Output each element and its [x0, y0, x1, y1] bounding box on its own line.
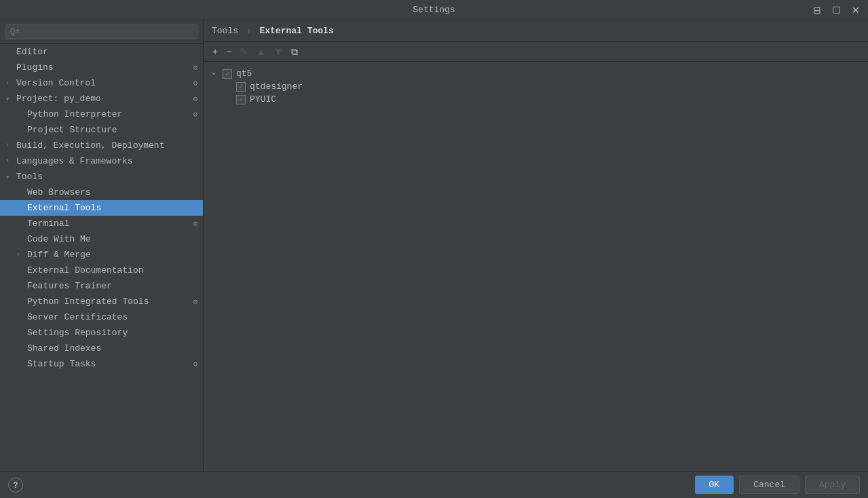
window-title: Settings [413, 5, 455, 15]
sidebar-label-features-trainer: Features Trainer [27, 281, 112, 291]
sidebar-label-project-structure: Project Structure [27, 125, 117, 135]
sidebar-label-server-certificates: Server Certificates [27, 312, 128, 322]
sidebar-item-build-execution-deployment[interactable]: ›Build, Execution, Deployment [0, 138, 203, 153]
tree-check-pyuic[interactable]: ✓ [236, 95, 246, 104]
breadcrumb-current: External Tools [259, 26, 333, 36]
gear-icon-version-control: ⚙ [193, 79, 197, 88]
breadcrumb-separator: › [246, 26, 252, 36]
apply-button[interactable]: Apply [805, 476, 860, 494]
expand-arrow-build-execution-deployment: › [5, 142, 14, 149]
help-button[interactable]: ? [8, 478, 23, 493]
tree-item-qtdesigner[interactable]: ✓qtdesigner [209, 80, 863, 93]
expand-arrow-languages-frameworks: › [5, 157, 14, 165]
sidebar-label-build-execution-deployment: Build, Execution, Deployment [16, 140, 164, 151]
right-panel: Tools › External Tools + − ✎ ▲ ▼ ⧉ ▾✓qt5… [204, 20, 868, 471]
sidebar-item-python-interpreter[interactable]: Python Interpreter⚙ [0, 107, 203, 122]
sidebar-item-project-py-demo[interactable]: ▾Project: py_demo⚙ [0, 91, 203, 107]
sidebar-item-settings-repository[interactable]: Settings Repository [0, 325, 203, 341]
gear-icon-python-interpreter: ⚙ [193, 110, 197, 119]
tree-label-qtdesigner: qtdesigner [250, 81, 303, 92]
sidebar-label-plugins: Plugins [16, 62, 54, 73]
action-buttons: OK Cancel Apply [695, 476, 860, 494]
tree-item-qt5[interactable]: ▾✓qt5 [209, 67, 863, 80]
gear-icon-terminal: ⚙ [193, 219, 197, 228]
sidebar-label-languages-frameworks: Languages & Frameworks [16, 156, 133, 166]
sidebar-item-external-tools[interactable]: External Tools [0, 200, 203, 216]
tree-area: ▾✓qt5✓qtdesigner✓PYUIC [204, 62, 868, 471]
tree-item-pyuic[interactable]: ✓PYUIC [209, 93, 863, 106]
sidebar-item-editor[interactable]: Editor [0, 44, 203, 60]
sidebar-label-python-integrated-tools: Python Integrated Tools [27, 296, 149, 307]
sidebar-item-web-browsers[interactable]: Web Browsers [0, 185, 203, 200]
sidebar-item-python-integrated-tools[interactable]: Python Integrated Tools⚙ [0, 294, 203, 309]
minimize-button[interactable]: ⊟ [810, 3, 824, 17]
cancel-button[interactable]: Cancel [739, 476, 799, 494]
expand-arrow-project-py-demo: ▾ [5, 95, 14, 103]
gear-icon-python-integrated-tools: ⚙ [193, 297, 197, 306]
ok-button[interactable]: OK [695, 476, 734, 494]
expand-arrow-diff-merge: › [16, 251, 24, 258]
sidebar-label-shared-indexes: Shared Indexes [27, 343, 101, 353]
expand-arrow-tools: ▾ [5, 173, 14, 181]
sidebar-item-features-trainer[interactable]: Features Trainer [0, 278, 203, 294]
copy-button[interactable]: ⧉ [288, 45, 301, 58]
tree-check-qt5[interactable]: ✓ [223, 69, 232, 79]
sidebar-label-version-control: Version Control [16, 78, 96, 88]
toolbar: + − ✎ ▲ ▼ ⧉ [204, 42, 868, 62]
sidebar-label-web-browsers: Web Browsers [27, 187, 91, 197]
remove-button[interactable]: − [223, 45, 235, 58]
bottom-bar: ? OK Cancel Apply [0, 471, 868, 498]
add-button[interactable]: + [209, 45, 221, 58]
sidebar-item-tools[interactable]: ▾Tools [0, 169, 203, 185]
sidebar: EditorPlugins⚙›Version Control⚙▾Project:… [0, 20, 204, 471]
tree-check-qtdesigner[interactable]: ✓ [236, 82, 246, 92]
expand-arrow-version-control: › [5, 79, 14, 87]
gear-icon-plugins: ⚙ [193, 63, 197, 72]
sidebar-item-diff-merge[interactable]: ›Diff & Merge [0, 247, 203, 263]
sidebar-item-external-documentation[interactable]: External Documentation [0, 263, 203, 278]
main-content: EditorPlugins⚙›Version Control⚙▾Project:… [0, 20, 868, 471]
sidebar-label-tools: Tools [16, 172, 43, 182]
sidebar-label-terminal: Terminal [27, 218, 69, 229]
sidebar-label-project-py-demo: Project: py_demo [16, 94, 101, 104]
maximize-button[interactable]: ☐ [829, 3, 844, 17]
sidebar-item-plugins[interactable]: Plugins⚙ [0, 60, 203, 75]
tree-label-qt5: qt5 [236, 69, 252, 79]
gear-icon-startup-tasks: ⚙ [193, 360, 197, 368]
breadcrumb-parent: Tools [212, 26, 238, 36]
window-controls: ⊟ ☐ ✕ [810, 3, 863, 17]
sidebar-item-shared-indexes[interactable]: Shared Indexes [0, 341, 203, 356]
breadcrumb: Tools › External Tools [204, 20, 868, 42]
sidebar-item-version-control[interactable]: ›Version Control⚙ [0, 75, 203, 91]
move-down-button[interactable]: ▼ [270, 45, 286, 58]
search-box [0, 20, 203, 44]
sidebar-label-settings-repository: Settings Repository [27, 328, 128, 338]
sidebar-item-terminal[interactable]: Terminal⚙ [0, 216, 203, 231]
sidebar-item-project-structure[interactable]: Project Structure [0, 122, 203, 138]
sidebar-label-startup-tasks: Startup Tasks [27, 359, 96, 369]
gear-icon-project-py-demo: ⚙ [193, 94, 197, 103]
sidebar-label-code-with-me: Code With Me [27, 234, 91, 244]
title-bar: Settings ⊟ ☐ ✕ [0, 0, 868, 20]
sidebar-label-external-tools: External Tools [27, 203, 101, 213]
sidebar-item-server-certificates[interactable]: Server Certificates [0, 309, 203, 325]
move-up-button[interactable]: ▲ [252, 45, 269, 58]
sidebar-list: EditorPlugins⚙›Version Control⚙▾Project:… [0, 44, 203, 471]
sidebar-item-code-with-me[interactable]: Code With Me [0, 231, 203, 247]
close-button[interactable]: ✕ [849, 3, 863, 17]
search-input[interactable] [5, 24, 197, 39]
sidebar-label-external-documentation: External Documentation [27, 265, 144, 275]
sidebar-label-diff-merge: Diff & Merge [27, 250, 91, 260]
tree-label-pyuic: PYUIC [250, 94, 276, 104]
sidebar-label-editor: Editor [16, 47, 48, 57]
sidebar-item-startup-tasks[interactable]: Startup Tasks⚙ [0, 356, 203, 372]
tree-arrow-qt5: ▾ [212, 70, 219, 78]
sidebar-item-languages-frameworks[interactable]: ›Languages & Frameworks [0, 153, 203, 169]
sidebar-label-python-interpreter: Python Interpreter [27, 109, 122, 119]
edit-button[interactable]: ✎ [236, 45, 251, 58]
